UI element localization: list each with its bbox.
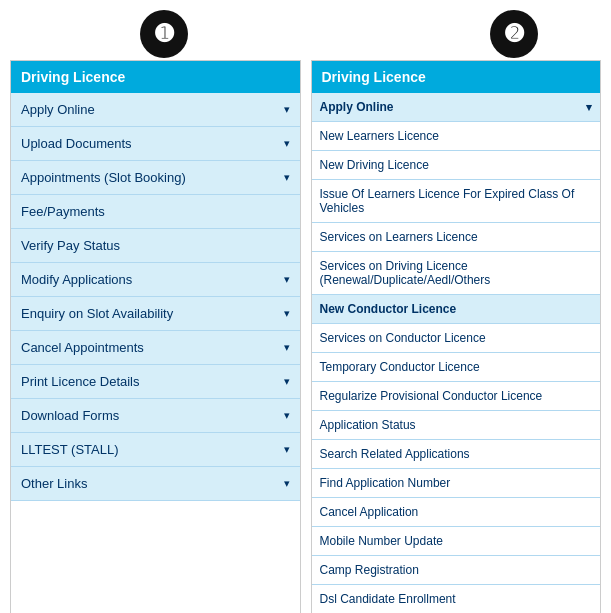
left-panel-header: Driving Licence [11,61,300,93]
left-item-label: Fee/Payments [21,204,105,219]
right-item[interactable]: Application Status [312,411,601,440]
right-item[interactable]: Cancel Application [312,498,601,527]
right-item-label: New Driving Licence [320,158,429,172]
right-item[interactable]: Temporary Conductor Licence [312,353,601,382]
right-item[interactable]: Apply Online▾ [312,93,601,122]
chevron-down-icon: ▾ [284,171,290,184]
left-item-label: Upload Documents [21,136,132,151]
right-item[interactable]: New Conductor Licence [312,295,601,324]
left-item[interactable]: Verify Pay Status [11,229,300,263]
left-item[interactable]: Fee/Payments [11,195,300,229]
chevron-down-icon: ▾ [284,409,290,422]
right-panel-header: Driving Licence [312,61,601,93]
left-item[interactable]: Enquiry on Slot Availability▾ [11,297,300,331]
right-item[interactable]: Services on Conductor Licence [312,324,601,353]
chevron-down-icon: ▾ [284,341,290,354]
badge-2: ➋ [490,10,538,58]
right-item-label: Camp Registration [320,563,419,577]
right-item-label: Temporary Conductor Licence [320,360,480,374]
right-item-label: Find Application Number [320,476,451,490]
chevron-down-icon: ▾ [284,103,290,116]
right-item-label: Regularize Provisional Conductor Licence [320,389,543,403]
chevron-down-icon: ▾ [284,307,290,320]
chevron-down-icon: ▾ [284,477,290,490]
right-item[interactable]: Services on Driving Licence (Renewal/Dup… [312,252,601,295]
right-item-label: Apply Online [320,100,394,114]
left-item[interactable]: Cancel Appointments▾ [11,331,300,365]
chevron-down-icon: ▾ [284,443,290,456]
right-item[interactable]: Camp Registration [312,556,601,585]
right-item-label: Search Related Applications [320,447,470,461]
left-item[interactable]: Print Licence Details▾ [11,365,300,399]
right-item-label: Services on Learners Licence [320,230,478,244]
right-item[interactable]: Regularize Provisional Conductor Licence [312,382,601,411]
left-item[interactable]: LLTEST (STALL)▾ [11,433,300,467]
chevron-down-icon: ▾ [284,375,290,388]
right-item[interactable]: Services on Learners Licence [312,223,601,252]
right-item[interactable]: Find Application Number [312,469,601,498]
right-item-label: Dsl Candidate Enrollment [320,592,456,606]
right-item[interactable]: Dsl Candidate Enrollment [312,585,601,613]
right-item-label: Services on Conductor Licence [320,331,486,345]
left-item-label: Modify Applications [21,272,132,287]
right-item-label: Issue Of Learners Licence For Expired Cl… [320,187,593,215]
chevron-down-icon: ▾ [284,273,290,286]
left-item-label: Appointments (Slot Booking) [21,170,186,185]
left-item-label: Download Forms [21,408,119,423]
left-item[interactable]: Apply Online▾ [11,93,300,127]
chevron-down-icon: ▾ [586,101,592,114]
badge-1: ➊ [140,10,188,58]
left-panel: Driving Licence Apply Online▾Upload Docu… [10,60,301,613]
right-item-label: New Learners Licence [320,129,439,143]
right-panel: Driving Licence Apply Online▾New Learner… [311,60,602,613]
right-item-label: New Conductor Licence [320,302,457,316]
right-items-container: Apply Online▾New Learners LicenceNew Dri… [312,93,601,613]
right-item-label: Application Status [320,418,416,432]
right-item-label: Services on Driving Licence (Renewal/Dup… [320,259,593,287]
right-item-label: Cancel Application [320,505,419,519]
main-container: ➊ ➋ Driving Licence Apply Online▾Upload … [10,10,601,613]
left-item-label: Enquiry on Slot Availability [21,306,173,321]
left-item-label: Verify Pay Status [21,238,120,253]
right-item[interactable]: New Learners Licence [312,122,601,151]
right-item-label: Mobile Number Update [320,534,443,548]
left-item[interactable]: Modify Applications▾ [11,263,300,297]
left-item-label: Cancel Appointments [21,340,144,355]
left-item-label: Apply Online [21,102,95,117]
right-item[interactable]: New Driving Licence [312,151,601,180]
right-item[interactable]: Issue Of Learners Licence For Expired Cl… [312,180,601,223]
left-items-container: Apply Online▾Upload Documents▾Appointmen… [11,93,300,501]
chevron-down-icon: ▾ [284,137,290,150]
right-item[interactable]: Search Related Applications [312,440,601,469]
left-item-label: Other Links [21,476,87,491]
left-item[interactable]: Appointments (Slot Booking)▾ [11,161,300,195]
left-item-label: Print Licence Details [21,374,140,389]
left-item[interactable]: Other Links▾ [11,467,300,501]
left-item[interactable]: Download Forms▾ [11,399,300,433]
right-item[interactable]: Mobile Number Update [312,527,601,556]
left-item-label: LLTEST (STALL) [21,442,119,457]
left-item[interactable]: Upload Documents▾ [11,127,300,161]
